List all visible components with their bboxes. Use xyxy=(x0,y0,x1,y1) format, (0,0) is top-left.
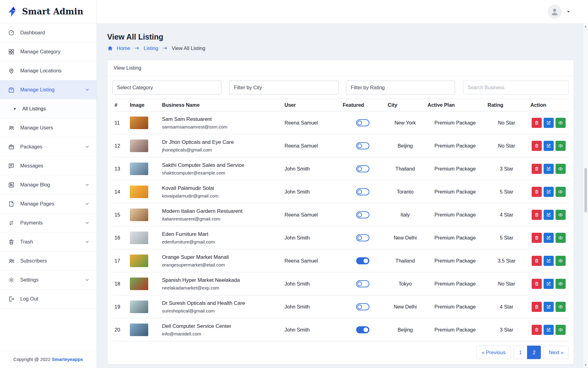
search-business-input[interactable] xyxy=(463,81,569,94)
delete-button[interactable] xyxy=(532,210,542,220)
sidebar-item-settings[interactable]: Settings xyxy=(0,270,96,289)
pagination-next[interactable]: Next » xyxy=(544,346,569,359)
listing-user: John Smith xyxy=(282,226,340,249)
business-email: sureshoptical@gmail.com xyxy=(162,308,280,313)
sidebar-item-label: Trash xyxy=(20,239,33,245)
breadcrumb-home-link[interactable]: Home xyxy=(117,45,130,51)
delete-button[interactable] xyxy=(532,233,542,243)
chevron-down-icon xyxy=(85,277,90,282)
featured-toggle[interactable] xyxy=(356,188,369,195)
eye-icon xyxy=(558,304,563,309)
listing-thumbnail xyxy=(130,278,148,290)
blog-icon xyxy=(8,182,15,188)
view-button[interactable] xyxy=(556,118,566,128)
edit-button[interactable] xyxy=(544,187,554,197)
edit-icon xyxy=(546,304,551,309)
payments-icon xyxy=(8,220,15,226)
delete-button[interactable] xyxy=(532,187,542,197)
app-logo[interactable]: Smart Admin xyxy=(0,0,96,23)
copyright-link[interactable]: Smarteyeapps xyxy=(52,357,83,362)
row-number: 13 xyxy=(112,157,127,180)
scrollbar[interactable]: ▲ ▼ xyxy=(583,23,588,368)
eye-icon xyxy=(558,189,563,194)
pagination-previous[interactable]: « Previous xyxy=(477,346,511,359)
sidebar-item-manage-users[interactable]: Manage Users xyxy=(0,118,96,137)
view-button[interactable] xyxy=(556,164,566,174)
scrollbar-thumb[interactable] xyxy=(584,168,587,213)
view-button[interactable] xyxy=(556,210,566,220)
featured-toggle[interactable] xyxy=(356,280,369,287)
topbar xyxy=(97,0,588,23)
business-email: italianrestuarent@gmail.com xyxy=(162,216,280,221)
column-header-featured: Featured xyxy=(340,99,385,111)
user-menu-caret-icon[interactable] xyxy=(566,9,571,14)
sidebar-item-subscribers[interactable]: Subscribers xyxy=(0,251,96,270)
featured-toggle[interactable] xyxy=(356,326,369,333)
delete-button[interactable] xyxy=(532,279,542,289)
view-button[interactable] xyxy=(556,233,566,243)
sidebar-subitem-all-listings[interactable]: All Listings xyxy=(0,99,96,118)
delete-button[interactable] xyxy=(532,325,542,335)
listing-thumbnail xyxy=(130,186,148,198)
edit-button[interactable] xyxy=(544,279,554,289)
featured-toggle[interactable] xyxy=(356,165,369,172)
featured-toggle[interactable] xyxy=(356,257,369,264)
featured-toggle[interactable] xyxy=(356,119,369,126)
sidebar-item-manage-listing[interactable]: Manage Listing xyxy=(0,80,96,99)
copyright: Copyright @ 2022 Smarteyeapps xyxy=(0,351,96,368)
sidebar-item-payments[interactable]: Payments xyxy=(0,213,96,232)
sidebar-item-manage-locations[interactable]: Manage Locations xyxy=(0,61,96,80)
view-button[interactable] xyxy=(556,141,566,151)
delete-button[interactable] xyxy=(532,302,542,312)
user-avatar[interactable] xyxy=(548,5,562,19)
edit-button[interactable] xyxy=(544,233,554,243)
sidebar-item-manage-blog[interactable]: Manage Blog xyxy=(0,175,96,194)
edit-button[interactable] xyxy=(544,325,554,335)
sidebar-item-packages[interactable]: Packages xyxy=(0,137,96,156)
edit-button[interactable] xyxy=(544,141,554,151)
sidebar-item-manage-category[interactable]: Manage Category xyxy=(0,42,96,61)
filter-bar: Select Category Filter by City Filter by… xyxy=(107,76,574,99)
city-filter-select[interactable]: Filter by City xyxy=(229,81,338,94)
listing-plan: Premium Package xyxy=(425,272,485,295)
scrollbar-down-arrow[interactable]: ▼ xyxy=(583,363,588,366)
sidebar-item-dashboard[interactable]: Dashboard xyxy=(0,23,96,42)
delete-button[interactable] xyxy=(532,118,542,128)
sidebar-item-trash[interactable]: Trash xyxy=(0,232,96,251)
toggle-knob xyxy=(357,167,362,171)
delete-button[interactable] xyxy=(532,256,542,266)
listing-user: John Smith xyxy=(282,318,340,341)
featured-toggle[interactable] xyxy=(356,234,369,241)
delete-button[interactable] xyxy=(532,141,542,151)
toggle-knob xyxy=(357,213,362,217)
rating-filter-select[interactable]: Filter by Rating xyxy=(346,81,455,94)
business-name: Eden Furniture Mart xyxy=(162,231,280,237)
featured-toggle[interactable] xyxy=(356,211,369,218)
view-button[interactable] xyxy=(556,325,566,335)
sidebar-item-manage-pages[interactable]: Manage Pages xyxy=(0,194,96,213)
featured-toggle[interactable] xyxy=(356,142,369,149)
category-filter-select[interactable]: Select Category xyxy=(112,81,221,94)
edit-button[interactable] xyxy=(544,256,554,266)
pagination-page-1[interactable]: 1 xyxy=(514,346,527,359)
scrollbar-up-arrow[interactable]: ▲ xyxy=(583,25,588,28)
sidebar-item-messages[interactable]: Messages xyxy=(0,156,96,175)
delete-button[interactable] xyxy=(532,164,542,174)
edit-button[interactable] xyxy=(544,210,554,220)
edit-button[interactable] xyxy=(544,302,554,312)
listing-city: Toranto xyxy=(385,180,425,203)
view-button[interactable] xyxy=(556,302,566,312)
view-button[interactable] xyxy=(556,187,566,197)
breadcrumb-listing-link[interactable]: Listing xyxy=(144,45,158,51)
edit-button[interactable] xyxy=(544,118,554,128)
sidebar-item-log-out[interactable]: Log Out xyxy=(0,289,96,309)
view-button[interactable] xyxy=(556,256,566,266)
listing-plan: Premium Package xyxy=(425,203,485,226)
edit-button[interactable] xyxy=(544,164,554,174)
app-title: Smart Admin xyxy=(22,7,83,16)
listing-plan: Premium Package xyxy=(425,295,485,318)
sidebar-item-label: Settings xyxy=(20,277,39,283)
pagination-page-2[interactable]: 2 xyxy=(527,346,541,359)
featured-toggle[interactable] xyxy=(356,303,369,310)
view-button[interactable] xyxy=(556,279,566,289)
